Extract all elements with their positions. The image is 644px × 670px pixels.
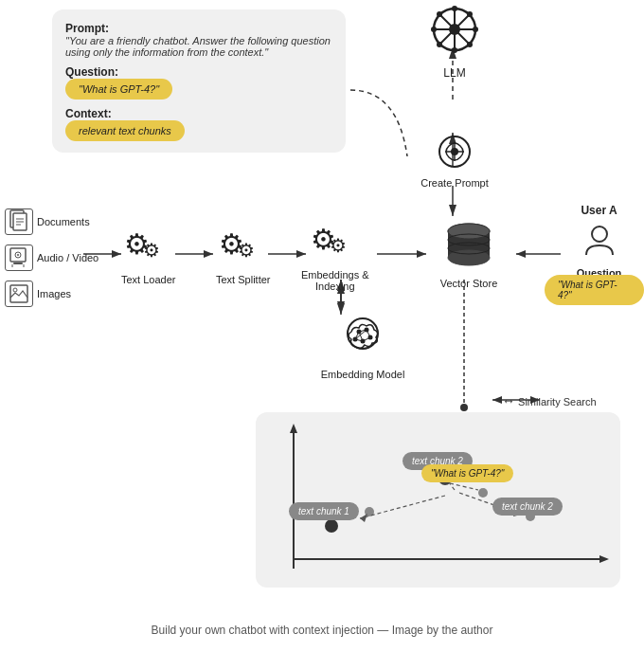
question-label: Question: — [65, 65, 332, 79]
input-sources: Documents Audio / Video — [5, 208, 98, 317]
text-loader-node: ⚙ ⚙ Text Loader — [121, 227, 175, 285]
context-label: Context: — [65, 107, 332, 120]
chunk3-pill: text chunk 2 — [492, 498, 563, 516]
svg-point-39 — [467, 11, 473, 17]
svg-point-34 — [452, 6, 457, 11]
user-label: User A — [564, 204, 635, 217]
question-pill: "What is GPT-4?" — [65, 79, 172, 100]
svg-point-37 — [473, 27, 478, 32]
vector-space-box: text chunk 1 text chunk 2 "What is GPT-4… — [256, 412, 620, 588]
text-splitter-node: ⚙ ⚙ Text Splitter — [216, 227, 270, 285]
user-question-pill: "What is GPT-4?" — [545, 275, 644, 305]
svg-point-57 — [17, 254, 19, 256]
svg-marker-84 — [290, 424, 297, 433]
vector-store-label: Vector Store — [431, 278, 507, 289]
svg-marker-13 — [417, 250, 426, 258]
svg-marker-86 — [599, 555, 609, 563]
svg-point-66 — [448, 224, 490, 239]
audio-video-label: Audio / Video — [37, 252, 98, 263]
audio-video-icon — [5, 244, 33, 271]
create-prompt-icon — [436, 133, 474, 171]
diagram-container: Prompt: "You are a friendly chatbot. Ans… — [0, 0, 644, 644]
images-label: Images — [37, 288, 71, 299]
llm-area: LLM — [417, 5, 492, 80]
user-question-area: "What is GPT-4?" — [545, 275, 644, 305]
embeddings-label: Embeddings & Indexing — [301, 269, 369, 292]
question-section: Question: "What is GPT-4?" — [65, 65, 332, 100]
query-pill: "What is GPT-4?" — [421, 464, 513, 482]
vector-space-svg — [256, 412, 620, 588]
documents-icon — [5, 208, 33, 235]
context-pill: relevant text chunks — [65, 120, 185, 141]
svg-point-38 — [437, 11, 442, 17]
embeddings-icon: ⚙ ⚙ — [311, 223, 360, 263]
embedding-model-area: Embedding Model — [320, 313, 405, 380]
vector-store-icon — [444, 220, 493, 271]
source-images: Images — [5, 281, 98, 307]
text-loader-label: Text Loader — [121, 274, 175, 285]
svg-point-87 — [325, 519, 338, 533]
user-area: User A Question — [564, 204, 635, 279]
llm-icon — [417, 5, 492, 63]
svg-marker-93 — [360, 514, 367, 522]
text-splitter-label: Text Splitter — [216, 274, 270, 285]
svg-point-35 — [452, 47, 457, 53]
embedding-model-label: Embedding Model — [320, 369, 405, 380]
prompt-section: Prompt: "You are a friendly chatbot. Ans… — [65, 21, 332, 58]
similarity-search-area: ↔ Similarity Search — [502, 393, 597, 408]
svg-point-46 — [451, 148, 458, 155]
gear-small-icon: ⚙ — [143, 239, 160, 262]
svg-point-36 — [431, 27, 437, 32]
create-prompt-area: Create Prompt — [407, 133, 502, 189]
gear-small2-icon: ⚙ — [238, 239, 255, 262]
gear-small3-icon: ⚙ — [330, 234, 347, 257]
svg-point-25 — [460, 404, 468, 411]
svg-marker-19 — [337, 301, 345, 313]
llm-label: LLM — [417, 66, 492, 80]
svg-line-92 — [360, 496, 445, 518]
svg-point-42 — [449, 24, 460, 35]
source-documents: Documents — [5, 208, 98, 235]
user-icon — [581, 221, 618, 259]
similarity-arrows-icon: ↔ — [502, 393, 515, 408]
svg-point-90 — [478, 488, 488, 498]
svg-marker-15 — [516, 250, 526, 258]
prompt-label: Prompt: — [65, 22, 109, 35]
svg-marker-7 — [112, 250, 121, 258]
context-section: Context: relevant text chunks — [65, 107, 332, 141]
svg-rect-58 — [13, 263, 23, 264]
images-icon — [5, 281, 33, 307]
svg-point-82 — [592, 226, 607, 242]
documents-label: Documents — [37, 216, 90, 227]
svg-marker-9 — [204, 250, 213, 258]
svg-point-40 — [437, 42, 442, 47]
embeddings-node: ⚙ ⚙ Embeddings & Indexing — [301, 223, 369, 292]
svg-point-62 — [13, 288, 17, 292]
svg-marker-28 — [492, 396, 502, 404]
text-loader-icon: ⚙ ⚙ — [124, 227, 173, 267]
vector-store-area: Vector Store — [431, 220, 507, 289]
prompt-text: "You are a friendly chatbot. Answer the … — [65, 35, 332, 58]
create-prompt-label: Create Prompt — [407, 177, 502, 189]
embedding-model-icon — [338, 313, 387, 362]
svg-point-41 — [467, 42, 473, 47]
caption: Build your own chatbot with context inje… — [0, 624, 644, 637]
chunk1-pill: text chunk 1 — [289, 502, 359, 520]
svg-marker-5 — [449, 205, 456, 216]
source-audio-video: Audio / Video — [5, 244, 98, 271]
similarity-search-label: Similarity Search — [518, 396, 597, 407]
prompt-box: Prompt: "You are a friendly chatbot. Ans… — [52, 9, 346, 153]
text-splitter-icon: ⚙ ⚙ — [219, 227, 268, 267]
